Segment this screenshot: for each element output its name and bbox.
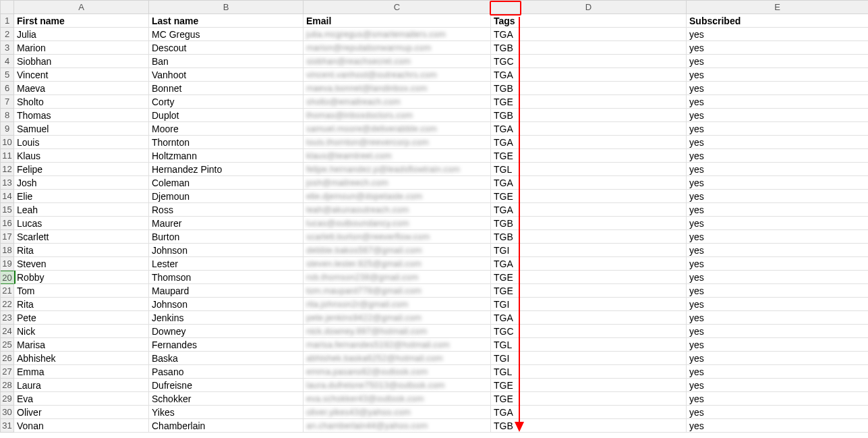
cell-D30[interactable]: TGA xyxy=(491,406,687,419)
cell-E19[interactable]: yes xyxy=(687,257,868,271)
cell-B7[interactable]: Corty xyxy=(149,95,303,109)
row-header-1[interactable]: 1 xyxy=(1,14,14,28)
cell-A11[interactable]: Klaus xyxy=(14,149,149,163)
cell-B4[interactable]: Ban xyxy=(149,55,303,68)
cell-B1[interactable]: Last name xyxy=(149,14,303,28)
cell-C22[interactable]: rita.johnson2r@gmail.com xyxy=(303,298,491,311)
cell-A29[interactable]: Eva xyxy=(14,392,149,406)
cell-E12[interactable]: yes xyxy=(687,163,868,176)
cell-D17[interactable]: TGB xyxy=(491,230,687,244)
cell-A24[interactable]: Nick xyxy=(14,325,149,338)
select-all-corner[interactable] xyxy=(1,1,14,14)
cell-E24[interactable]: yes xyxy=(687,325,868,338)
cell-E15[interactable]: yes xyxy=(687,203,868,217)
row-header-21[interactable]: 21 xyxy=(1,284,14,298)
cell-C24[interactable]: nick.downey.997@hotmail.com xyxy=(303,325,491,338)
cell-A5[interactable]: Vincent xyxy=(14,68,149,82)
cell-D27[interactable]: TGL xyxy=(491,365,687,379)
column-header-E[interactable]: E xyxy=(687,1,868,14)
cell-B11[interactable]: Holtzmann xyxy=(149,149,303,163)
cell-E20[interactable]: yes xyxy=(687,271,868,284)
cell-C6[interactable]: maeva.bonnet@landinbox.com xyxy=(303,82,491,95)
cell-D11[interactable]: TGE xyxy=(491,149,687,163)
cell-D25[interactable]: TGL xyxy=(491,338,687,352)
cell-D20[interactable]: TGE xyxy=(491,271,687,284)
cell-B24[interactable]: Downey xyxy=(149,325,303,338)
cell-E25[interactable]: yes xyxy=(687,338,868,352)
cell-B17[interactable]: Burton xyxy=(149,230,303,244)
row-header-5[interactable]: 5 xyxy=(1,68,14,82)
row-header-12[interactable]: 12 xyxy=(1,163,14,176)
cell-C23[interactable]: pete.jenkins9422@gmail.com xyxy=(303,311,491,325)
cell-E10[interactable]: yes xyxy=(687,136,868,149)
row-header-20[interactable]: 20 xyxy=(1,271,14,284)
cell-A21[interactable]: Tom xyxy=(14,284,149,298)
cell-C27[interactable]: emma.pasano62@outlook.com xyxy=(303,365,491,379)
cell-A12[interactable]: Felipe xyxy=(14,163,149,176)
cell-E14[interactable]: yes xyxy=(687,190,868,203)
cell-A16[interactable]: Lucas xyxy=(14,217,149,230)
cell-A22[interactable]: Rita xyxy=(14,298,149,311)
cell-C25[interactable]: marisa.fernandes5192@hotmail.com xyxy=(303,338,491,352)
cell-A4[interactable]: Siobhan xyxy=(14,55,149,68)
cell-A1[interactable]: First name xyxy=(14,14,149,28)
cell-C16[interactable]: lucas@outboundancy.com xyxy=(303,217,491,230)
cell-A7[interactable]: Sholto xyxy=(14,95,149,109)
cell-D6[interactable]: TGB xyxy=(491,82,687,95)
cell-D10[interactable]: TGA xyxy=(491,136,687,149)
cell-E18[interactable]: yes xyxy=(687,244,868,257)
cell-B2[interactable]: MC Gregus xyxy=(149,28,303,41)
cell-A28[interactable]: Laura xyxy=(14,379,149,392)
row-header-28[interactable]: 28 xyxy=(1,379,14,392)
cell-D5[interactable]: TGA xyxy=(491,68,687,82)
cell-B5[interactable]: Vanhoot xyxy=(149,68,303,82)
row-header-7[interactable]: 7 xyxy=(1,95,14,109)
cell-C5[interactable]: vincent.vanhoot@outreachrs.com xyxy=(303,68,491,82)
cell-A8[interactable]: Thomas xyxy=(14,109,149,122)
row-header-6[interactable]: 6 xyxy=(1,82,14,95)
cell-D4[interactable]: TGC xyxy=(491,55,687,68)
cell-B8[interactable]: Duplot xyxy=(149,109,303,122)
cell-E22[interactable]: yes xyxy=(687,298,868,311)
cell-B15[interactable]: Ross xyxy=(149,203,303,217)
cell-D12[interactable]: TGL xyxy=(491,163,687,176)
cell-C28[interactable]: laura.dufreisne75013@outlook.com xyxy=(303,379,491,392)
cell-D15[interactable]: TGA xyxy=(491,203,687,217)
cell-C8[interactable]: thomas@inboxdoctors.com xyxy=(303,109,491,122)
row-header-22[interactable]: 22 xyxy=(1,298,14,311)
cell-E7[interactable]: yes xyxy=(687,95,868,109)
cell-A14[interactable]: Elie xyxy=(14,190,149,203)
row-header-30[interactable]: 30 xyxy=(1,406,14,419)
cell-A18[interactable]: Rita xyxy=(14,244,149,257)
cell-B30[interactable]: Yikes xyxy=(149,406,303,419)
cell-C29[interactable]: eva.schokker43@outlook.com xyxy=(303,392,491,406)
cell-C12[interactable]: felipe.hernandez.p@leadsflowtrain.com xyxy=(303,163,491,176)
row-header-10[interactable]: 10 xyxy=(1,136,14,149)
column-header-B[interactable]: B xyxy=(149,1,303,14)
cell-D8[interactable]: TGB xyxy=(491,109,687,122)
cell-D29[interactable]: TGE xyxy=(491,392,687,406)
cell-C18[interactable]: debbie.bakos567@gmail.com xyxy=(303,244,491,257)
cell-E2[interactable]: yes xyxy=(687,28,868,41)
cell-A15[interactable]: Leah xyxy=(14,203,149,217)
cell-A3[interactable]: Marion xyxy=(14,41,149,55)
cell-D13[interactable]: TGA xyxy=(491,176,687,190)
cell-D18[interactable]: TGI xyxy=(491,244,687,257)
cell-A9[interactable]: Samuel xyxy=(14,122,149,136)
cell-D19[interactable]: TGA xyxy=(491,257,687,271)
row-header-29[interactable]: 29 xyxy=(1,392,14,406)
cell-D28[interactable]: TGE xyxy=(491,379,687,392)
cell-B31[interactable]: Chamberlain xyxy=(149,419,303,433)
cell-B27[interactable]: Pasano xyxy=(149,365,303,379)
cell-C21[interactable]: tom.maupard778@gmail.com xyxy=(303,284,491,298)
row-header-8[interactable]: 8 xyxy=(1,109,14,122)
row-header-25[interactable]: 25 xyxy=(1,338,14,352)
cell-C19[interactable]: steven.lester.925@gmail.com xyxy=(303,257,491,271)
cell-E29[interactable]: yes xyxy=(687,392,868,406)
cell-B19[interactable]: Lester xyxy=(149,257,303,271)
cell-E6[interactable]: yes xyxy=(687,82,868,95)
cell-A2[interactable]: Julia xyxy=(14,28,149,41)
cell-B10[interactable]: Thornton xyxy=(149,136,303,149)
cell-D14[interactable]: TGE xyxy=(491,190,687,203)
cell-E26[interactable]: yes xyxy=(687,352,868,365)
